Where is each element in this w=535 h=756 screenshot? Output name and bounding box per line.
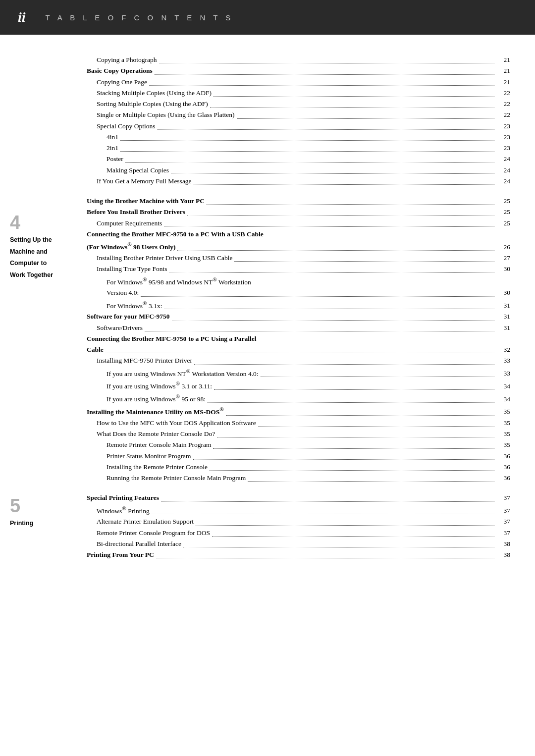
toc-main: Copying a Photograph 21 Basic Copy Opera… bbox=[82, 54, 535, 560]
toc-entry-remote-printer-main: Remote Printer Console Main Program 35 bbox=[87, 439, 510, 450]
toc-page: 36 bbox=[496, 462, 510, 473]
toc-text: Printing From Your PC bbox=[87, 549, 154, 560]
toc-page: 24 bbox=[496, 165, 510, 176]
toc-page: 38 bbox=[496, 549, 510, 560]
chapter-4-line-3: Computer to bbox=[10, 259, 82, 268]
toc-text: Running the Remote Printer Console Main … bbox=[87, 473, 246, 484]
toc-entry-poster: Poster 24 bbox=[87, 154, 510, 164]
toc-dots bbox=[156, 558, 494, 558]
toc-entry-alternate-emulation: Alternate Printer Emulation Support 37 bbox=[87, 516, 510, 527]
toc-text: Special Copy Options bbox=[87, 121, 156, 132]
toc-entry-2in1: 2in1 23 bbox=[87, 143, 510, 154]
toc-dots bbox=[171, 173, 494, 174]
toc-entry-windows-31-311: If you are using Windows® 3.1 or 3.11: 3… bbox=[87, 379, 510, 392]
chapter-4-number: 4 bbox=[10, 213, 82, 232]
chapter-5-line-1: Printing bbox=[10, 519, 82, 528]
toc-page: 32 bbox=[496, 344, 510, 355]
toc-page: 31 bbox=[496, 300, 510, 311]
toc-dots bbox=[196, 525, 494, 526]
toc-dots bbox=[208, 402, 494, 403]
toc-text: Bi-directional Parallel Interface bbox=[87, 539, 181, 549]
toc-entry-special-copy: Special Copy Options 23 bbox=[87, 121, 510, 132]
toc-text: Windows® Printing bbox=[87, 504, 150, 517]
toc-dots bbox=[214, 389, 494, 390]
toc-dots bbox=[125, 162, 494, 163]
toc-entry-remote-console-dos: Remote Printer Console Program for DOS 3… bbox=[87, 528, 510, 539]
toc-text: Special Printing Features bbox=[87, 492, 159, 503]
toc-text: Computer Requirements bbox=[87, 218, 162, 229]
chapter-4-line-4: Work Together bbox=[10, 271, 82, 280]
toc-page: 23 bbox=[496, 132, 510, 143]
toc-text: Cable bbox=[87, 344, 104, 355]
toc-dots bbox=[194, 364, 494, 365]
toc-text: For Windows® 95/98 and Windows NT® Works… bbox=[87, 275, 251, 288]
toc-dots bbox=[159, 63, 495, 63]
toc-entry-copying-one: Copying One Page 21 bbox=[87, 77, 510, 88]
toc-text: Stacking Multiple Copies (Using the ADF) bbox=[87, 88, 212, 99]
toc-entry-installing-truetype: Installing True Type Fonts 30 bbox=[87, 264, 510, 274]
toc-page: 21 bbox=[496, 65, 510, 76]
toc-entry-bidirectional: Bi-directional Parallel Interface 38 bbox=[87, 539, 510, 549]
toc-entry-windows-31x: For Windows® 3.1x: 31 bbox=[87, 299, 510, 312]
toc-page: 23 bbox=[496, 121, 510, 132]
toc-dots bbox=[177, 250, 494, 251]
toc-text: (For Windows® 98 Users Only) bbox=[87, 240, 175, 253]
chapter-4-line-1: Setting Up the bbox=[10, 236, 82, 245]
toc-page: 30 bbox=[496, 287, 510, 298]
toc-page: 35 bbox=[496, 406, 510, 417]
toc-entry-how-to-use-mfc: How to Use the MFC with Your DOS Applica… bbox=[87, 418, 510, 429]
toc-dots bbox=[217, 437, 494, 437]
toc-text: Printer Status Monitor Program bbox=[87, 451, 191, 462]
toc-dots bbox=[172, 320, 494, 321]
toc-text: Before You Install Brother Drivers bbox=[87, 207, 185, 217]
toc-dots bbox=[226, 415, 494, 416]
toc-entry-special-printing: Special Printing Features 37 bbox=[87, 492, 510, 503]
section-gap-2 bbox=[87, 484, 510, 492]
toc-dots bbox=[120, 140, 494, 141]
toc-page: 34 bbox=[496, 394, 510, 405]
toc-entry-making-special: Making Special Copies 24 bbox=[87, 165, 510, 176]
content-area: 4 Setting Up the Machine and Computer to… bbox=[0, 35, 535, 580]
toc-page: 34 bbox=[496, 381, 510, 392]
toc-dots bbox=[141, 296, 494, 297]
toc-page: 21 bbox=[496, 77, 510, 88]
toc-page: 25 bbox=[496, 207, 510, 217]
toc-page: 27 bbox=[496, 253, 510, 264]
toc-dots bbox=[152, 514, 494, 514]
toc-text: Copying a Photograph bbox=[87, 54, 157, 65]
toc-entry-connecting-parallel-line1: Connecting the Brother MFC-9750 to a PC … bbox=[87, 333, 510, 344]
toc-page: 21 bbox=[496, 54, 510, 65]
toc-page: 30 bbox=[496, 264, 510, 274]
toc-entry-printer-status-monitor: Printer Status Monitor Program 36 bbox=[87, 451, 510, 462]
toc-text: Basic Copy Operations bbox=[87, 65, 153, 76]
toc-entry-copying-photograph: Copying a Photograph 21 bbox=[87, 54, 510, 65]
toc-text: Connecting the Brother MFC-9750 to a PC … bbox=[87, 229, 264, 240]
toc-dots bbox=[155, 74, 494, 75]
toc-entry-connecting-usb-line1: Connecting the Brother MFC-9750 to a PC … bbox=[87, 229, 510, 240]
page: ii T A B L E O F C O N T E N T S 4 Setti… bbox=[0, 0, 535, 756]
toc-dots bbox=[213, 448, 494, 449]
toc-dots bbox=[194, 184, 494, 185]
toc-entry-software-mfc: Software for your MFC-9750 31 bbox=[87, 311, 510, 322]
toc-text: Alternate Printer Emulation Support bbox=[87, 516, 194, 527]
toc-text: Using the Brother Machine with Your PC bbox=[87, 196, 205, 207]
toc-text: Remote Printer Console Main Program bbox=[87, 439, 211, 450]
toc-dots bbox=[248, 481, 494, 482]
toc-text: Connecting the Brother MFC-9750 to a PC … bbox=[87, 333, 257, 344]
toc-text: Remote Printer Console Program for DOS bbox=[87, 528, 210, 539]
toc-dots bbox=[210, 470, 494, 471]
toc-text: Installing the Remote Printer Console bbox=[87, 462, 208, 473]
toc-entry-windows-printing: Windows® Printing 37 bbox=[87, 504, 510, 517]
toc-text: Poster bbox=[87, 154, 123, 164]
toc-text: What Does the Remote Printer Console Do? bbox=[87, 429, 215, 439]
toc-page: 22 bbox=[496, 109, 510, 120]
toc-page: 22 bbox=[496, 88, 510, 99]
toc-entry-connecting-usb-line2: (For Windows® 98 Users Only) 26 bbox=[87, 240, 510, 253]
page-roman-numeral: ii bbox=[18, 9, 26, 25]
toc-text: 2in1 bbox=[87, 143, 118, 154]
toc-entry-installing-mfc-driver: Installing MFC-9750 Printer Driver 33 bbox=[87, 355, 510, 366]
toc-page: 38 bbox=[496, 539, 510, 549]
chapter-5-label: Printing bbox=[10, 519, 82, 528]
toc-text: 4in1 bbox=[87, 132, 118, 143]
section-gap bbox=[87, 187, 510, 196]
